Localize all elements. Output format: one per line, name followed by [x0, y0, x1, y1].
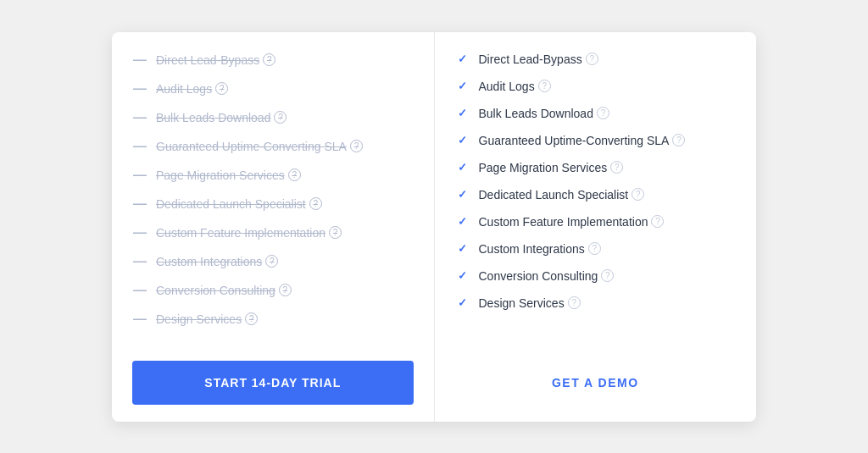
minus-icon: — — [132, 168, 147, 183]
help-icon[interactable]: ? — [279, 284, 292, 296]
feature-label: Page Migration Services ? — [156, 168, 301, 182]
feature-label: Direct Lead-Bypass ? — [479, 52, 598, 66]
list-item: — Direct Lead-Bypass ? — [132, 46, 414, 75]
check-icon: ✓ — [455, 215, 470, 228]
feature-label: Custom Feature Implementation ? — [156, 226, 342, 240]
feature-label: Custom Feature Implementation ? — [479, 215, 665, 229]
check-icon: ✓ — [455, 188, 470, 201]
help-icon[interactable]: ? — [215, 82, 228, 95]
help-icon[interactable]: ? — [610, 161, 623, 174]
help-icon[interactable]: ? — [274, 111, 287, 124]
check-icon: ✓ — [455, 52, 470, 65]
help-icon[interactable]: ? — [588, 242, 601, 255]
help-icon[interactable]: ? — [538, 80, 551, 92]
check-icon: ✓ — [455, 242, 470, 255]
feature-label: Custom Integrations ? — [479, 242, 601, 256]
feature-label: Bulk Leads Download ? — [479, 107, 609, 120]
minus-icon: — — [132, 52, 147, 68]
list-item: — Guaranteed Uptime-Converting SLA ? — [132, 132, 414, 161]
list-item: — Bulk Leads Download ? — [132, 103, 414, 132]
feature-label: Guaranteed Uptime-Converting SLA ? — [479, 134, 686, 147]
pricing-container: — Direct Lead-Bypass ? — Audit Logs ? — … — [112, 32, 756, 422]
right-plan-column: ✓ Direct Lead-Bypass ? ✓ Audit Logs ? ✓ … — [435, 32, 757, 422]
list-item: ✓ Dedicated Launch Specialist ? — [455, 181, 737, 208]
feature-label: Audit Logs ? — [479, 80, 551, 93]
feature-label: Design Services ? — [156, 312, 258, 326]
feature-label: Design Services ? — [479, 296, 581, 310]
feature-label: Direct Lead-Bypass ? — [156, 53, 275, 67]
list-item: — Page Migration Services ? — [132, 161, 414, 190]
feature-label: Conversion Consulting ? — [156, 284, 292, 297]
help-icon[interactable]: ? — [568, 296, 581, 309]
list-item: ✓ Conversion Consulting ? — [455, 262, 737, 290]
minus-icon: — — [132, 225, 147, 240]
list-item: ✓ Audit Logs ? — [455, 73, 737, 100]
help-icon[interactable]: ? — [586, 52, 598, 65]
minus-icon: — — [132, 110, 147, 125]
minus-icon: — — [132, 81, 147, 97]
list-item: — Custom Feature Implementation ? — [132, 218, 414, 247]
minus-icon: — — [132, 139, 147, 154]
left-features-list: — Direct Lead-Bypass ? — Audit Logs ? — … — [112, 32, 434, 347]
check-icon: ✓ — [455, 296, 470, 309]
help-icon[interactable]: ? — [329, 226, 342, 239]
right-features-list: ✓ Direct Lead-Bypass ? ✓ Audit Logs ? ✓ … — [435, 32, 757, 347]
help-icon[interactable]: ? — [597, 107, 609, 119]
list-item: ✓ Page Migration Services ? — [455, 154, 737, 181]
feature-label: Custom Integrations ? — [156, 255, 278, 268]
help-icon[interactable]: ? — [672, 134, 685, 146]
list-item: ✓ Custom Integrations ? — [455, 235, 737, 262]
minus-icon: — — [132, 196, 147, 212]
help-icon[interactable]: ? — [288, 168, 301, 181]
list-item: ✓ Custom Feature Implementation ? — [455, 208, 737, 235]
help-icon[interactable]: ? — [263, 53, 275, 66]
feature-label: Page Migration Services ? — [479, 161, 624, 174]
check-icon: ✓ — [455, 107, 470, 119]
minus-icon: — — [132, 254, 147, 269]
list-item: ✓ Guaranteed Uptime-Converting SLA ? — [455, 127, 737, 154]
feature-label: Dedicated Launch Specialist ? — [479, 188, 645, 202]
left-cta-section: START 14-DAY TRIAL — [112, 347, 434, 422]
help-icon[interactable]: ? — [601, 269, 614, 282]
feature-label: Dedicated Launch Specialist ? — [156, 197, 322, 211]
list-item: ✓ Direct Lead-Bypass ? — [455, 46, 737, 73]
check-icon: ✓ — [455, 134, 470, 146]
get-demo-button[interactable]: GET A DEMO — [455, 361, 737, 405]
right-cta-section: GET A DEMO — [435, 347, 757, 422]
check-icon: ✓ — [455, 80, 470, 92]
help-icon[interactable]: ? — [651, 215, 664, 228]
minus-icon: — — [132, 312, 147, 327]
check-icon: ✓ — [455, 161, 470, 174]
feature-label: Conversion Consulting ? — [479, 269, 615, 283]
list-item: — Conversion Consulting ? — [132, 276, 414, 305]
help-icon[interactable]: ? — [265, 255, 278, 268]
minus-icon: — — [132, 283, 147, 298]
list-item: ✓ Design Services ? — [455, 290, 737, 317]
start-trial-button[interactable]: START 14-DAY TRIAL — [132, 361, 414, 405]
list-item: — Custom Integrations ? — [132, 247, 414, 276]
check-icon: ✓ — [455, 269, 470, 282]
feature-label: Audit Logs ? — [156, 82, 228, 96]
help-icon[interactable]: ? — [309, 197, 322, 210]
list-item: — Dedicated Launch Specialist ? — [132, 190, 414, 218]
feature-label: Bulk Leads Download ? — [156, 111, 287, 124]
list-item: ✓ Bulk Leads Download ? — [455, 100, 737, 127]
help-icon[interactable]: ? — [350, 140, 363, 152]
list-item: — Audit Logs ? — [132, 75, 414, 103]
help-icon[interactable]: ? — [245, 312, 258, 325]
help-icon[interactable]: ? — [632, 188, 644, 201]
list-item: — Design Services ? — [132, 305, 414, 334]
feature-label: Guaranteed Uptime-Converting SLA ? — [156, 140, 363, 153]
left-plan-column: — Direct Lead-Bypass ? — Audit Logs ? — … — [112, 32, 435, 422]
